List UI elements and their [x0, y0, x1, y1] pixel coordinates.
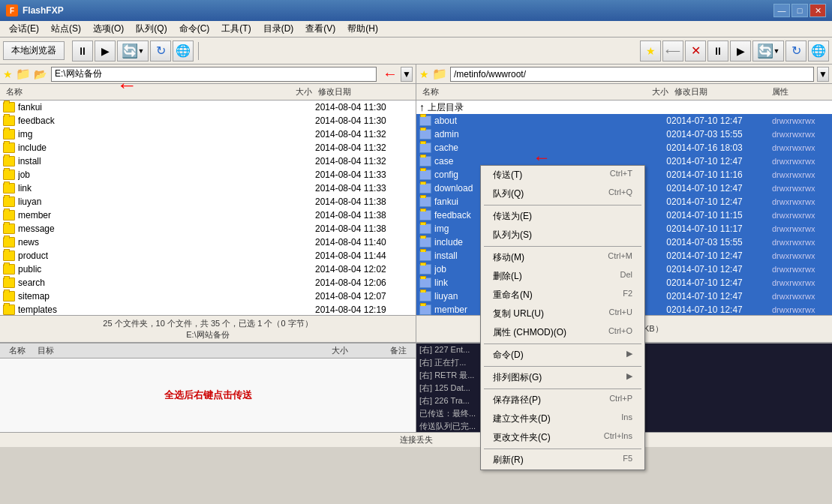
ctx-label: 传送为(E) — [493, 210, 532, 223]
connect-button-right[interactable]: 🌐 — [808, 40, 829, 62]
pause-button-right[interactable]: ⏸ — [707, 40, 728, 62]
file-name: search — [18, 278, 270, 288]
local-browser-button[interactable]: 本地浏览器 — [3, 41, 65, 60]
file-date: 2014-08-04 11:38 — [315, 196, 413, 207]
left-path-input[interactable] — [51, 67, 377, 82]
list-item[interactable]: fankui 2014-08-04 11:30 — [0, 100, 416, 114]
right-path-dropdown[interactable]: ▼ — [817, 67, 829, 82]
folder-icon — [419, 183, 431, 194]
right-file-list-header: 名称 大小 修改日期 属性 — [416, 84, 832, 100]
list-item[interactable]: liuyan 2014-08-04 11:38 — [0, 195, 416, 208]
list-item[interactable]: templates 2014-08-04 12:19 — [0, 303, 416, 315]
menu-site[interactable]: 站点(S) — [45, 21, 87, 37]
close-button[interactable]: ✕ — [809, 4, 826, 17]
ctx-item-change_file[interactable]: 更改文件夹(C)Ctrl+Ins — [481, 428, 644, 447]
file-name: fankui — [18, 102, 270, 112]
refresh-button-right[interactable]: ↻ — [785, 40, 806, 62]
folder-icon — [3, 183, 15, 194]
menu-command[interactable]: 命令(C) — [173, 21, 216, 37]
play-button[interactable]: ▶ — [95, 40, 116, 62]
right-path-input[interactable] — [450, 67, 814, 82]
list-item[interactable]: sitemap 2014-08-04 12:07 — [0, 290, 416, 303]
ctx-item-queue[interactable]: 队列(Q)Ctrl+Q — [481, 184, 644, 203]
queue-col-name: 名称 — [3, 345, 32, 356]
menu-queue[interactable]: 队列(Q) — [130, 21, 173, 37]
file-perms: drwxrwxrwx — [769, 156, 829, 166]
queue-content: 全选后右键点击传送 — [0, 358, 416, 432]
bookmark-button-right[interactable]: ★ — [640, 40, 661, 62]
menu-session[interactable]: 会话(E) — [3, 21, 45, 37]
transfer2-button-right[interactable]: 🔄 ▼ — [752, 40, 784, 62]
ctx-item-copy_url[interactable]: 复制 URL(U)Ctrl+U — [481, 304, 644, 323]
transfer-button[interactable]: 🔄 ▼ — [117, 40, 149, 62]
ctx-separator — [484, 205, 641, 206]
left-folder-icon: 📁 — [16, 67, 31, 81]
list-item[interactable]: job 2014-08-04 11:33 — [0, 168, 416, 182]
transfer-right-button[interactable]: ⟵ — [662, 40, 683, 62]
file-date: 2014-07-10 12:47 — [671, 156, 769, 166]
list-item[interactable]: admin 0 2014-07-03 15:55 drwxrwxrwx — [416, 128, 832, 141]
ctx-label: 排列图标(G) — [493, 371, 542, 384]
list-item[interactable]: link 2014-08-04 11:33 — [0, 182, 416, 195]
ctx-label: 更改文件夹(C) — [493, 431, 551, 444]
pause-button[interactable]: ⏸ — [72, 40, 93, 62]
menu-view[interactable]: 查看(V) — [299, 21, 341, 37]
left-arrow-icon: ← — [383, 65, 398, 82]
folder-icon — [419, 224, 431, 234]
list-item[interactable]: news 2014-08-04 11:40 — [0, 236, 416, 249]
right-col-size: 大小 — [626, 86, 671, 98]
list-item[interactable]: member 2014-08-04 11:38 — [0, 208, 416, 222]
ctx-item-sort_icons[interactable]: 排列图标(G)▶ — [481, 368, 644, 387]
list-item[interactable]: public 2014-08-04 12:02 — [0, 262, 416, 276]
list-item[interactable]: about 0 2014-07-10 12:47 drwxrwxrwx — [416, 114, 832, 128]
left-path-dropdown[interactable]: ▼ — [401, 67, 413, 82]
ctx-item-queue_as[interactable]: 队列为(S) — [481, 226, 644, 244]
left-file-list-header: 名称 大小 修改日期 — [0, 84, 416, 100]
app-title: FlashFXP — [23, 5, 64, 16]
list-item[interactable]: feedback 2014-08-04 11:30 — [0, 114, 416, 128]
bottom-queue-panel: 名称 目标 大小 备注 全选后右键点击传送 — [0, 344, 416, 432]
left-star-icon[interactable]: ★ — [3, 68, 13, 80]
ctx-label: 队列(Q) — [493, 188, 524, 200]
up-arrow-icon: ↑ — [419, 101, 425, 113]
ctx-item-move[interactable]: 移动(M)Ctrl+M — [481, 248, 644, 267]
up-directory[interactable]: ↑上层目录 — [416, 100, 832, 114]
list-item[interactable]: cache 0 2014-07-16 18:03 drwxrwxrwx — [416, 141, 832, 154]
list-item[interactable]: search 2014-08-04 12:06 — [0, 276, 416, 290]
ctx-item-transfer_to[interactable]: 传送为(E) — [481, 207, 644, 226]
right-star-icon[interactable]: ★ — [419, 68, 429, 80]
menu-tools[interactable]: 工具(T) — [215, 21, 257, 37]
delete-button-right[interactable]: ✕ — [685, 40, 706, 62]
maximize-button[interactable]: □ — [791, 4, 808, 17]
ctx-label: 删除(L) — [493, 270, 522, 283]
menu-options[interactable]: 选项(O) — [87, 21, 130, 37]
ctx-item-create_folder[interactable]: 建立文件夹(D)Ins — [481, 410, 644, 428]
ctx-item-save_path[interactable]: 保存路径(P)Ctrl+P — [481, 391, 644, 410]
list-item[interactable]: include 2014-08-04 11:32 — [0, 141, 416, 154]
ctx-item-command[interactable]: 命令(D)▶ — [481, 346, 644, 364]
list-item[interactable]: install 2014-08-04 11:32 — [0, 154, 416, 168]
folder-icon — [3, 224, 15, 234]
list-item[interactable]: message 2014-08-04 11:38 — [0, 222, 416, 236]
menu-help[interactable]: 帮助(H) — [341, 21, 384, 37]
connect-button[interactable]: 🌐 — [173, 40, 194, 62]
list-item[interactable]: product 2014-08-04 11:44 — [0, 249, 416, 262]
ctx-shortcut: Ctrl+U — [609, 308, 632, 320]
list-item[interactable]: img 2014-08-04 11:32 — [0, 128, 416, 141]
refresh-button[interactable]: ↻ — [150, 40, 171, 62]
ctx-item-rename[interactable]: 重命名(N)F2 — [481, 286, 644, 304]
ctx-shortcut: Ctrl+Q — [608, 188, 632, 200]
file-perms: drwxrwxrwx — [769, 142, 829, 153]
ctx-item-refresh[interactable]: 刷新(R)F5 — [481, 451, 644, 470]
file-name: job — [18, 170, 270, 180]
left-path-bar: ★ 📁 📂 ← ▼ — [0, 64, 416, 84]
right-folder-icon: 📁 — [432, 67, 447, 81]
queue-header: 名称 目标 大小 备注 — [0, 344, 416, 358]
ctx-item-transfer[interactable]: 传送(T)Ctrl+T — [481, 166, 644, 184]
minimize-button[interactable]: — — [773, 4, 790, 17]
ctx-item-chmod[interactable]: 属性 (CHMOD)(O)Ctrl+O — [481, 323, 644, 342]
ctx-item-delete[interactable]: 删除(L)Del — [481, 267, 644, 286]
play-button-right[interactable]: ▶ — [730, 40, 751, 62]
menu-directory[interactable]: 目录(D) — [257, 21, 300, 37]
up-dir-label: 上层目录 — [428, 101, 829, 114]
